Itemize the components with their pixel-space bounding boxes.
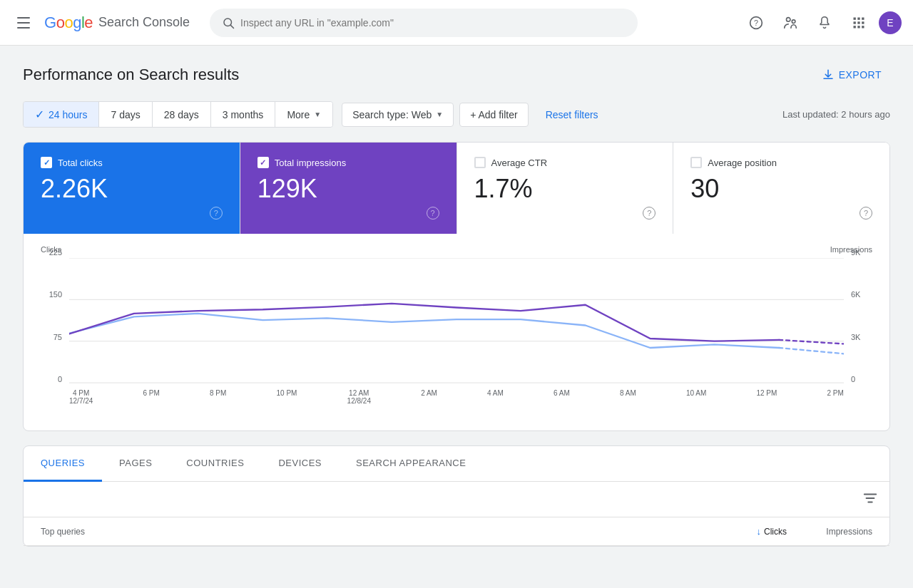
sort-arrow-icon: ↓	[757, 526, 762, 537]
export-button[interactable]: EXPORT	[813, 63, 890, 87]
x-label-2: 8 PM	[210, 389, 226, 405]
x-label-11: 2 PM	[827, 389, 844, 405]
total-impressions-checkbox[interactable]	[257, 157, 269, 168]
notifications-button[interactable]	[810, 9, 839, 37]
page-title-row: Performance on Search results EXPORT	[23, 63, 890, 87]
impressions-line-dotted	[779, 340, 844, 344]
chart-svg-area	[69, 258, 844, 383]
x-label-6: 4 AM	[487, 389, 504, 405]
grid-icon	[852, 16, 866, 30]
performance-chart: Clicks Impressions 225 150 75 0 9K 6K 3K…	[24, 234, 889, 416]
logo-area[interactable]: Google Search Console	[44, 14, 190, 32]
last-updated-text: Last updated: 2 hours ago	[782, 109, 890, 120]
filter-3months[interactable]: 3 months	[211, 102, 276, 127]
svg-rect-8	[862, 17, 864, 19]
svg-rect-7	[857, 17, 860, 19]
tab-countries[interactable]: COUNTRIES	[169, 446, 261, 482]
tab-pages[interactable]: PAGES	[102, 446, 169, 482]
add-filter-button[interactable]: + Add filter	[459, 103, 529, 127]
chart-svg	[69, 258, 844, 383]
metric-card-average-ctr[interactable]: Average CTR 1.7% ?	[457, 143, 674, 234]
x-label-3: 10 PM	[277, 389, 297, 405]
y-axis-right: 9K 6K 3K 0	[845, 248, 872, 383]
svg-rect-13	[857, 26, 860, 28]
tab-search-appearance[interactable]: SEARCH APPEARANCE	[339, 446, 483, 482]
filter-24hours[interactable]: ✓ 24 hours	[24, 102, 99, 127]
total-impressions-info-icon[interactable]: ?	[427, 207, 439, 220]
filter-28days[interactable]: 28 days	[153, 102, 211, 127]
filter-more[interactable]: More ▼	[275, 102, 332, 127]
main-content: Performance on Search results EXPORT ✓ 2…	[0, 46, 913, 564]
clicks-line	[69, 314, 779, 348]
logo-g2: g	[73, 14, 81, 32]
filter-bar: ✓ 24 hours 7 days 28 days 3 months More …	[23, 101, 890, 128]
table-col-queries-label: Top queries	[41, 527, 701, 537]
time-filter-group: ✓ 24 hours 7 days 28 days 3 months More …	[23, 101, 333, 128]
url-search-input[interactable]	[240, 17, 626, 29]
table-col-impressions-label: Impressions	[787, 527, 872, 537]
svg-rect-11	[862, 21, 864, 24]
reset-filters-button[interactable]: Reset filters	[540, 103, 604, 126]
header: Google Search Console ?	[0, 0, 913, 46]
table-header: Top queries ↓ Clicks Impressions	[24, 517, 889, 546]
table-col-clicks-label[interactable]: ↓ Clicks	[701, 526, 787, 537]
svg-rect-14	[862, 26, 864, 28]
filter-list-icon[interactable]	[862, 490, 878, 508]
average-position-info-icon[interactable]: ?	[860, 207, 872, 220]
svg-rect-6	[854, 17, 856, 19]
bell-icon	[817, 16, 832, 30]
google-logo: Google	[44, 14, 93, 32]
tabs-header: QUERIES PAGES COUNTRIES DEVICES SEARCH A…	[24, 446, 889, 482]
tab-queries[interactable]: QUERIES	[24, 446, 102, 482]
average-ctr-checkbox[interactable]	[474, 157, 486, 168]
svg-rect-10	[857, 21, 860, 24]
url-search-bar[interactable]	[210, 9, 638, 37]
x-label-5: 2 AM	[421, 389, 437, 405]
filter-icon	[862, 490, 878, 506]
tab-devices[interactable]: DEVICES	[261, 446, 339, 482]
y-axis-left: 225 150 75 0	[41, 248, 68, 383]
accounts-button[interactable]	[776, 9, 805, 37]
metric-cards: Total clicks 2.26K ? Total impressions 1…	[24, 143, 889, 234]
metric-card-average-position[interactable]: Average position 30 ?	[673, 143, 889, 234]
accounts-icon	[782, 15, 798, 31]
svg-rect-9	[854, 21, 856, 24]
clicks-line-dotted	[779, 348, 844, 354]
metric-card-total-impressions[interactable]: Total impressions 129K ?	[240, 143, 457, 234]
average-position-checkbox[interactable]	[690, 157, 702, 168]
x-label-8: 8 AM	[620, 389, 636, 405]
x-label-4: 12 AM 12/8/24	[347, 389, 371, 405]
svg-text:?: ?	[754, 19, 758, 27]
help-button[interactable]: ?	[742, 9, 770, 37]
logo-o2: o	[64, 14, 73, 32]
logo-o1: o	[56, 14, 65, 32]
x-label-10: 12 PM	[756, 389, 777, 405]
average-ctr-info-icon[interactable]: ?	[643, 207, 656, 220]
help-icon: ?	[749, 16, 763, 30]
x-label-7: 6 AM	[554, 389, 570, 405]
logo-g: G	[44, 14, 56, 32]
svg-rect-12	[854, 26, 856, 28]
page-title: Performance on Search results	[23, 66, 239, 84]
total-clicks-info-icon[interactable]: ?	[210, 207, 223, 220]
header-icons: ?	[742, 9, 902, 37]
chart-wrapper: Clicks Impressions 225 150 75 0 9K 6K 3K…	[41, 248, 872, 405]
svg-point-4	[787, 17, 791, 21]
avatar[interactable]: E	[879, 11, 902, 34]
product-name: Search Console	[98, 15, 190, 30]
filter-7days[interactable]: 7 days	[99, 102, 152, 127]
menu-icon[interactable]	[11, 11, 36, 34]
logo-e: e	[84, 14, 93, 32]
search-type-chevron-icon: ▼	[436, 110, 443, 118]
download-icon	[822, 68, 835, 81]
tabs-toolbar	[24, 482, 889, 517]
x-label-0: 4 PM 12/7/24	[69, 389, 93, 405]
x-label-1: 6 PM	[143, 389, 160, 405]
impressions-line	[69, 304, 779, 341]
x-label-9: 10 AM	[686, 389, 706, 405]
tabs-container: QUERIES PAGES COUNTRIES DEVICES SEARCH A…	[23, 445, 890, 547]
search-type-filter[interactable]: Search type: Web ▼	[342, 103, 454, 127]
metric-card-total-clicks[interactable]: Total clicks 2.26K ?	[24, 143, 240, 234]
total-clicks-checkbox[interactable]	[41, 157, 52, 168]
apps-button[interactable]	[845, 9, 873, 37]
